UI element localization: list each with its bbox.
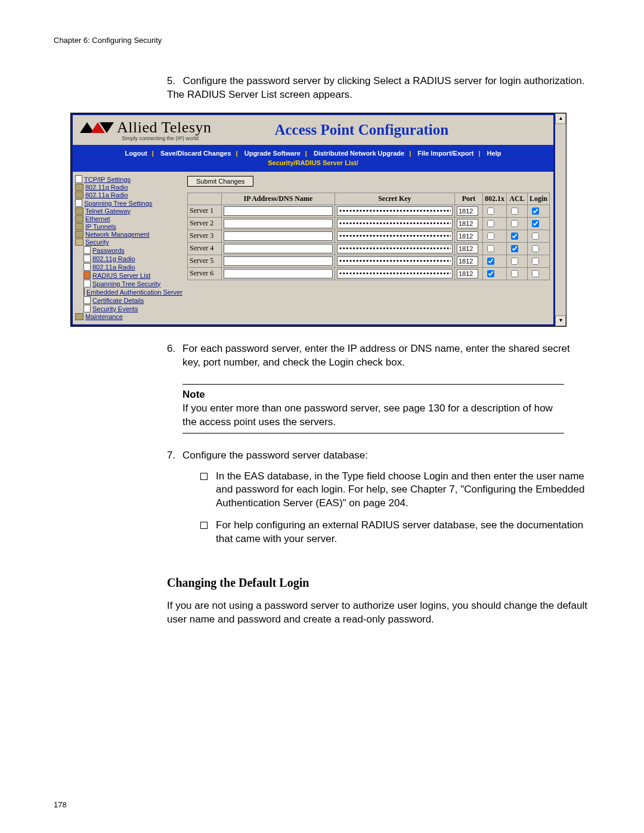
folder-icon xyxy=(75,184,83,191)
scroll-up-button[interactable]: ▴ xyxy=(555,113,566,124)
scroll-down-button[interactable]: ▾ xyxy=(555,315,566,326)
nav-item-radius-server-list[interactable]: RADIUS Server List xyxy=(75,271,181,280)
secret-key-input[interactable] xyxy=(337,269,453,278)
acl-checkbox[interactable] xyxy=(511,233,518,240)
nav-item-telnet-gateway[interactable]: Telnet Gateway xyxy=(75,208,181,215)
x-checkbox[interactable] xyxy=(487,220,494,227)
table-row: Server 3 xyxy=(188,230,550,242)
nav-link[interactable]: RADIUS Server List xyxy=(92,272,150,279)
document-icon xyxy=(83,271,91,279)
login-checkbox[interactable] xyxy=(532,270,539,277)
nav-item-network-management[interactable]: Network Management xyxy=(75,231,181,239)
nav-link[interactable]: Spanning Tree Security xyxy=(92,280,160,287)
nav-link[interactable]: Telnet Gateway xyxy=(85,208,131,215)
server-label: Server 4 xyxy=(188,242,222,255)
ip-input[interactable] xyxy=(224,206,333,216)
login-checkbox[interactable] xyxy=(532,258,539,265)
nav-item-passwords[interactable]: Passwords xyxy=(75,246,181,255)
menu-dist-upgrade[interactable]: Distributed Network Upgrade xyxy=(311,150,407,157)
menu-save-discard[interactable]: Save/Discard Changes xyxy=(158,150,234,157)
nav-link[interactable]: Network Management xyxy=(85,231,150,238)
port-input[interactable] xyxy=(457,231,478,241)
port-input[interactable] xyxy=(457,219,478,228)
ip-input[interactable] xyxy=(224,269,333,278)
nav-item-security[interactable]: Security xyxy=(75,239,181,246)
nav-link[interactable]: IP Tunnels xyxy=(85,223,116,230)
document-icon xyxy=(83,305,91,312)
acl-checkbox[interactable] xyxy=(511,208,518,215)
step-7-bullet-1: In the EAS database, in the Type field c… xyxy=(200,470,590,511)
menu-file-import-export[interactable]: File Import/Export xyxy=(415,150,476,157)
secret-key-input[interactable] xyxy=(337,231,453,241)
menu-help[interactable]: Help xyxy=(485,150,504,157)
acl-checkbox[interactable] xyxy=(511,270,518,277)
secret-key-input[interactable] xyxy=(337,206,453,216)
nav-item-security-events[interactable]: Security Events xyxy=(75,305,181,313)
x-checkbox[interactable] xyxy=(487,258,494,265)
login-checkbox[interactable] xyxy=(532,208,539,215)
port-input[interactable] xyxy=(457,256,478,266)
secret-key-input[interactable] xyxy=(337,244,453,253)
nav-item-spanning-tree-settings[interactable]: Spanning Tree Settings xyxy=(75,199,181,208)
nav-item-tcp-ip-settings[interactable]: TCP/IP Settings xyxy=(75,175,181,184)
document-icon xyxy=(83,246,91,254)
nav-link[interactable]: Ethernet xyxy=(85,215,110,222)
folder-icon xyxy=(75,208,83,215)
nav-link[interactable]: Spanning Tree Settings xyxy=(84,200,152,207)
nav-link[interactable]: Security xyxy=(85,239,109,246)
nav-link[interactable]: Embedded Authentication Server xyxy=(86,289,182,296)
ip-input[interactable] xyxy=(224,244,333,253)
nav-link[interactable]: Certificate Details xyxy=(92,297,144,304)
nav-item-802-11g-radio[interactable]: 802.11g Radio xyxy=(75,255,181,263)
nav-link[interactable]: 802.11a Radio xyxy=(85,191,128,199)
folder-icon xyxy=(75,223,83,230)
nav-link[interactable]: Security Events xyxy=(92,305,138,312)
x-checkbox[interactable] xyxy=(487,245,494,252)
secret-key-input[interactable] xyxy=(337,219,453,228)
login-checkbox[interactable] xyxy=(532,220,539,227)
nav-item-ip-tunnels[interactable]: IP Tunnels xyxy=(75,223,181,231)
nav-link[interactable]: 802.11g Radio xyxy=(92,255,135,262)
nav-link[interactable]: Maintenance xyxy=(85,313,123,320)
submit-changes-button[interactable]: Submit Changes xyxy=(187,176,253,187)
port-input[interactable] xyxy=(457,206,478,216)
ip-input[interactable] xyxy=(224,256,333,266)
th-secret: Secret Key xyxy=(335,193,454,205)
nav-item-spanning-tree-security[interactable]: Spanning Tree Security xyxy=(75,280,181,288)
nav-item-certificate-details[interactable]: Certificate Details xyxy=(75,296,181,305)
port-input[interactable] xyxy=(457,244,478,253)
nav-item-ethernet[interactable]: Ethernet xyxy=(75,215,181,223)
x-checkbox[interactable] xyxy=(487,208,494,215)
ip-input[interactable] xyxy=(224,231,333,241)
ip-input[interactable] xyxy=(224,219,333,228)
step-5-text: Configure the password server by clickin… xyxy=(167,75,584,100)
radius-server-table: IP Address/DNS Name Secret Key Port 802.… xyxy=(187,193,550,280)
acl-checkbox[interactable] xyxy=(511,245,518,252)
nav-item-802-11a-radio[interactable]: 802.11a Radio xyxy=(75,263,181,271)
brand-name: Allied Telesyn xyxy=(117,119,212,137)
server-label: Server 5 xyxy=(188,255,222,267)
x-checkbox[interactable] xyxy=(487,270,494,277)
menu-logout[interactable]: Logout xyxy=(123,150,150,157)
nav-link[interactable]: TCP/IP Settings xyxy=(84,176,131,183)
nav-link[interactable]: Passwords xyxy=(92,247,125,254)
secret-key-input[interactable] xyxy=(337,256,453,266)
folder-icon xyxy=(75,239,83,246)
port-input[interactable] xyxy=(457,269,478,278)
x-checkbox[interactable] xyxy=(487,233,494,240)
nav-tree: TCP/IP Settings802.11g Radio802.11a Radi… xyxy=(73,172,184,324)
nav-item-802-11a-radio[interactable]: 802.11a Radio xyxy=(75,191,181,199)
menu-upgrade-software[interactable]: Upgrade Software xyxy=(242,150,303,157)
nav-item-maintenance[interactable]: Maintenance xyxy=(75,313,181,321)
acl-checkbox[interactable] xyxy=(511,220,518,227)
folder-icon xyxy=(75,313,83,320)
nav-item-802-11g-radio[interactable]: 802.11g Radio xyxy=(75,184,181,191)
login-checkbox[interactable] xyxy=(532,245,539,252)
nav-item-embedded-authentication-server[interactable]: Embedded Authentication Server xyxy=(75,288,181,296)
nav-link[interactable]: 802.11g Radio xyxy=(85,184,128,191)
acl-checkbox[interactable] xyxy=(511,258,518,265)
login-checkbox[interactable] xyxy=(532,233,539,240)
step-6: 6. For each password server, enter the I… xyxy=(167,342,590,370)
nav-link[interactable]: 802.11a Radio xyxy=(92,264,135,271)
table-row: Server 4 xyxy=(188,242,550,255)
